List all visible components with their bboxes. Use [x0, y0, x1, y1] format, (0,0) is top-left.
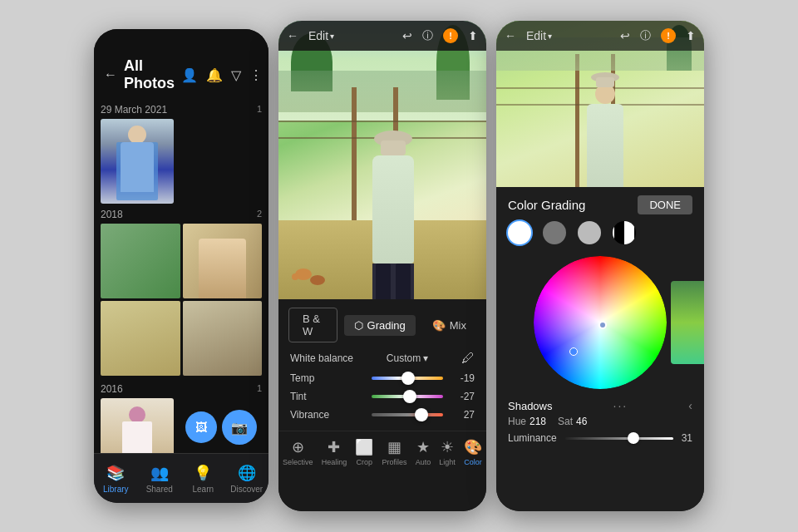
- luminance-slider[interactable]: [565, 437, 673, 440]
- section-date-2016: 2016: [101, 383, 123, 395]
- photo-2018-a[interactable]: [101, 224, 180, 298]
- color-cursor-blue[interactable]: [569, 347, 578, 356]
- color-cursor-main[interactable]: [598, 321, 607, 329]
- tool-selective[interactable]: ⊕ Selective: [283, 438, 313, 466]
- filter-icon[interactable]: ▽: [231, 67, 241, 83]
- eyedropper-icon[interactable]: 🖊: [461, 351, 475, 366]
- nav-learn[interactable]: 💡 Learn: [181, 454, 225, 503]
- warning-icon-3[interactable]: !: [661, 28, 676, 43]
- back-button-3[interactable]: ←: [505, 29, 516, 42]
- fab-container: 🖼 📷: [185, 410, 257, 445]
- section-count: 1: [257, 104, 262, 116]
- circle-midtones[interactable]: [543, 221, 566, 244]
- temp-thumb[interactable]: [401, 372, 415, 385]
- vibrance-thumb[interactable]: [415, 408, 428, 421]
- edit-panel: B & W ⬡ Grading 🎨 Mix White balance Cust…: [278, 299, 486, 511]
- mountains: [278, 71, 486, 112]
- nav-shared[interactable]: 👥 Shared: [138, 454, 182, 503]
- photo-2018-b[interactable]: [183, 224, 263, 298]
- camera-button[interactable]: 📷: [222, 410, 257, 445]
- woman-figure: [364, 129, 422, 295]
- import-photos-button[interactable]: 🖼: [185, 411, 217, 443]
- done-button[interactable]: DONE: [638, 195, 692, 214]
- auto-icon: ★: [416, 438, 430, 456]
- grading-tab[interactable]: ⬡ Grading: [344, 315, 416, 336]
- profile-icon[interactable]: 👤: [181, 67, 198, 83]
- nav-learn-label: Learn: [192, 485, 214, 494]
- nav-library[interactable]: 📚 Library: [94, 454, 138, 503]
- chicken-2: [310, 275, 325, 285]
- shadows-dots[interactable]: ···: [613, 399, 628, 412]
- luminance-thumb[interactable]: [628, 432, 639, 444]
- info-icon-3[interactable]: ⓘ: [640, 28, 651, 43]
- color-icon: 🎨: [464, 438, 482, 456]
- mix-tab[interactable]: 🎨 Mix: [422, 315, 476, 336]
- temp-slider[interactable]: [372, 377, 443, 380]
- tint-slider[interactable]: [372, 395, 443, 398]
- circle-shadows[interactable]: [508, 221, 531, 244]
- vibrance-slider[interactable]: [372, 413, 443, 416]
- color-grading-topbar: ← Edit ▾ ↩ ⓘ ! ⬆: [496, 21, 704, 51]
- phone-library: ← All Photos 👤 🔔 ▽ ⋮ 29 March 2021 1: [94, 29, 268, 503]
- photo-2018-c[interactable]: [101, 301, 180, 376]
- nav-shared-label: Shared: [146, 485, 173, 494]
- edit-label-3[interactable]: Edit ▾: [526, 29, 552, 42]
- tool-auto[interactable]: ★ Auto: [416, 438, 431, 466]
- section-2016: 2016 1: [101, 378, 262, 398]
- tool-crop[interactable]: ⬜ Crop: [355, 438, 373, 466]
- info-icon[interactable]: ⓘ: [422, 28, 433, 43]
- circle-highlights[interactable]: [578, 221, 601, 244]
- bw-tab[interactable]: B & W: [288, 308, 337, 342]
- color-info: Shadows ··· ‹ Hue 218 Sat 46 Luminance 3: [496, 392, 704, 449]
- section-count-2016: 1: [257, 383, 262, 395]
- warning-icon[interactable]: !: [443, 28, 458, 43]
- edit-photo[interactable]: [278, 21, 486, 303]
- undo-icon-3[interactable]: ↩: [620, 29, 630, 42]
- nav-discover-label: Discover: [230, 485, 263, 494]
- tool-healing[interactable]: ✚ Healing: [322, 438, 347, 466]
- auto-label: Auto: [416, 458, 431, 466]
- profiles-label: Profiles: [382, 458, 407, 466]
- hue-label: Hue: [508, 416, 526, 427]
- circle-global[interactable]: [613, 221, 636, 244]
- shared-icon: 👥: [150, 464, 169, 482]
- tint-thumb[interactable]: [403, 390, 416, 403]
- bell-icon[interactable]: 🔔: [206, 67, 223, 83]
- section-date-2018: 2018: [101, 209, 123, 220]
- back-button-edit[interactable]: ←: [287, 29, 298, 42]
- tool-light[interactable]: ☀ Light: [439, 438, 456, 466]
- nav-discover[interactable]: 🌐 Discover: [225, 454, 269, 503]
- crop-icon: ⬜: [355, 438, 373, 456]
- selective-icon: ⊕: [292, 438, 304, 456]
- edit-tabs: B & W ⬡ Grading 🎨 Mix: [278, 299, 486, 347]
- more-icon[interactable]: ⋮: [249, 67, 263, 83]
- wb-label: White balance: [290, 352, 353, 364]
- photo-2021[interactable]: [101, 119, 174, 204]
- luminance-row: Luminance 31: [508, 432, 692, 444]
- photo-2018-d[interactable]: [183, 301, 263, 376]
- page-title: All Photos: [124, 57, 175, 92]
- tool-color[interactable]: 🎨 Color: [464, 438, 482, 466]
- color-wheel[interactable]: [534, 256, 667, 389]
- color-label: Color: [464, 458, 482, 466]
- header-library: ← All Photos 👤 🔔 ▽ ⋮: [94, 52, 268, 99]
- shadows-label: Shadows: [508, 400, 552, 412]
- vibrance-slider-row: Vibrance 27: [290, 409, 475, 421]
- share-icon-3[interactable]: ⬆: [686, 29, 696, 42]
- hue-sat-row: Hue 218 Sat 46: [508, 416, 692, 427]
- sliders-section: White balance Custom ▾ 🖊 Temp -19: [278, 347, 486, 431]
- wb-custom[interactable]: Custom ▾: [387, 352, 428, 364]
- nav-library-label: Library: [103, 485, 129, 494]
- share-icon[interactable]: ⬆: [468, 29, 478, 42]
- tool-profiles[interactable]: ▦ Profiles: [382, 438, 407, 466]
- undo-icon[interactable]: ↩: [402, 29, 412, 42]
- section-2021: 29 March 2021 1: [101, 99, 262, 119]
- back-button[interactable]: ←: [104, 67, 117, 82]
- learn-icon: 💡: [194, 464, 212, 482]
- tint-slider-row: Tint -27: [290, 391, 475, 402]
- shadows-row: Shadows ··· ‹: [508, 399, 692, 412]
- temp-slider-row: Temp -19: [290, 372, 475, 384]
- collapse-icon[interactable]: ‹: [688, 399, 692, 412]
- edit-label[interactable]: Edit ▾: [308, 29, 334, 42]
- chicken-1: [295, 268, 312, 287]
